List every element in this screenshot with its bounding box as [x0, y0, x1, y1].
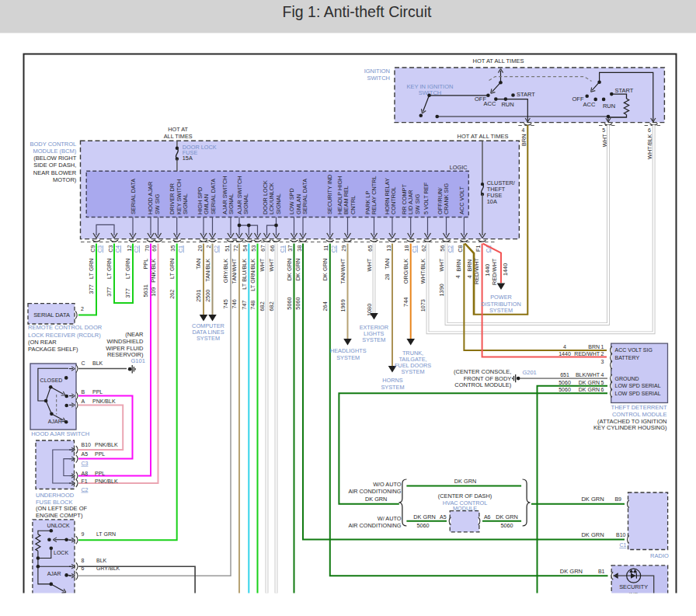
svg-text:C1: C1 [411, 245, 418, 252]
svg-text:SERIAL DATA: SERIAL DATA [33, 311, 70, 318]
svg-text:RELAY CNTRL: RELAY CNTRL [371, 176, 378, 214]
svg-text:744: 744 [402, 298, 409, 307]
svg-text:POWER: POWER [490, 294, 512, 301]
svg-text:ACC VOLT: ACC VOLT [458, 186, 465, 214]
svg-text:28: 28 [385, 273, 392, 280]
svg-text:C: C [82, 360, 85, 366]
svg-text:38: 38 [296, 245, 303, 252]
svg-text:SW SIG: SW SIG [414, 193, 421, 214]
svg-text:REMOTE CONTROL DOOR: REMOTE CONTROL DOOR [28, 324, 103, 331]
svg-text:CLOSED: CLOSED [40, 378, 63, 383]
svg-text:C2: C2 [82, 487, 89, 492]
svg-text:53: 53 [250, 245, 257, 252]
svg-text:DK GRN: DK GRN [581, 531, 604, 538]
svg-text:DK GRN: DK GRN [322, 259, 329, 280]
svg-text:748: 748 [249, 301, 256, 310]
svg-text:KEY CYLINDER HOUSING): KEY CYLINDER HOUSING) [593, 424, 667, 431]
svg-text:TAN/WHT: TAN/WHT [339, 258, 346, 284]
svg-text:PNK/BLK: PNK/BLK [95, 479, 118, 484]
svg-text:54: 54 [242, 245, 249, 252]
svg-text:SERIAL DATA: SERIAL DATA [130, 179, 137, 214]
svg-text:G101: G101 [131, 357, 145, 364]
svg-text:RED/WHT: RED/WHT [574, 351, 600, 357]
svg-text:PPL: PPL [143, 259, 150, 270]
svg-text:SYSTEM: SYSTEM [381, 384, 404, 391]
svg-text:5060: 5060 [559, 380, 571, 385]
svg-text:BRN: BRN [588, 344, 600, 350]
svg-text:B: B [82, 389, 85, 395]
svg-text:UNLOCK: UNLOCK [47, 523, 71, 528]
svg-text:DK GRN: DK GRN [581, 496, 604, 503]
svg-text:CONTROL MODULE): CONTROL MODULE) [454, 381, 512, 388]
svg-text:TAN/BLK: TAN/BLK [204, 259, 211, 282]
svg-text:2500: 2500 [204, 290, 211, 302]
svg-text:6: 6 [648, 127, 651, 133]
svg-text:(NEAR: (NEAR [125, 331, 144, 338]
svg-text:5060: 5060 [286, 297, 293, 309]
svg-text:DK GRN: DK GRN [286, 259, 293, 280]
svg-text:B10: B10 [616, 532, 626, 538]
svg-text:RUN: RUN [501, 101, 513, 108]
svg-text:WHT: WHT [366, 258, 373, 271]
svg-text:LOGIC: LOGIC [450, 164, 468, 171]
svg-text:4: 4 [601, 372, 604, 378]
svg-text:WHT: WHT [438, 258, 445, 271]
svg-text:SYSTEM: SYSTEM [336, 354, 360, 361]
svg-text:1440: 1440 [503, 263, 510, 276]
svg-text:RUN: RUN [603, 103, 615, 110]
svg-text:SERIAL DATA: SERIAL DATA [210, 179, 217, 214]
svg-text:DK GRN: DK GRN [413, 513, 435, 520]
svg-text:5: 5 [602, 127, 605, 133]
svg-text:WINDSHIELD: WINDSHIELD [106, 338, 144, 345]
svg-text:SW SIG: SW SIG [154, 193, 161, 214]
svg-text:F1: F1 [475, 245, 482, 252]
svg-text:4: 4 [466, 275, 473, 278]
svg-text:ENGINE COMPT): ENGINE COMPT) [36, 512, 83, 519]
svg-text:SIGNAL: SIGNAL [228, 193, 235, 214]
svg-text:LT GRN: LT GRN [125, 259, 132, 279]
svg-text:4: 4 [563, 344, 566, 350]
svg-text:ORG/BLK: ORG/BLK [402, 259, 409, 284]
svg-text:PPL: PPL [95, 471, 105, 476]
svg-text:5060: 5060 [295, 297, 302, 309]
svg-text:SIGNAL: SIGNAL [275, 193, 282, 214]
svg-text:SECURITY: SECURITY [619, 583, 648, 590]
svg-text:AJAR: AJAR [47, 571, 61, 576]
svg-text:TAN: TAN [385, 259, 392, 270]
svg-text:BODY CONTROL: BODY CONTROL [30, 141, 76, 148]
svg-text:C2: C2 [447, 245, 454, 252]
svg-text:(BELOW RIGHT: (BELOW RIGHT [33, 155, 76, 162]
svg-text:(ATTACHED TO IGNITION: (ATTACHED TO IGNITION [597, 418, 666, 425]
svg-text:WHT/BLK: WHT/BLK [419, 259, 426, 284]
svg-text:LT GRN: LT GRN [96, 531, 116, 537]
svg-text:A5: A5 [82, 451, 89, 457]
svg-text:CONTROL: CONTROL [390, 186, 397, 214]
svg-text:WHT: WHT [259, 258, 266, 271]
svg-text:1969: 1969 [339, 299, 346, 311]
svg-text:72: 72 [232, 245, 239, 252]
svg-text:LT GRN: LT GRN [89, 259, 96, 279]
svg-text:12: 12 [126, 245, 133, 252]
svg-text:11: 11 [322, 245, 329, 252]
svg-text:(CENTER OF DASH): (CENTER OF DASH) [438, 492, 492, 499]
svg-text:B10: B10 [82, 442, 92, 447]
svg-text:377: 377 [106, 287, 113, 297]
svg-text:CRANK SIG: CRANK SIG [443, 183, 450, 214]
svg-text:5060: 5060 [559, 387, 571, 392]
svg-text:4: 4 [522, 127, 525, 133]
svg-text:DK GRN: DK GRN [454, 478, 476, 485]
svg-text:746: 746 [231, 299, 238, 308]
svg-text:LT GRN/BLK: LT GRN/BLK [249, 259, 256, 291]
svg-text:GRY/BLK: GRY/BLK [223, 259, 230, 284]
svg-text:DK GRN: DK GRN [295, 259, 302, 280]
svg-text:264: 264 [322, 301, 329, 311]
svg-text:8: 8 [82, 558, 85, 563]
svg-text:35: 35 [169, 245, 176, 252]
svg-text:377: 377 [89, 284, 96, 294]
svg-text:LT BLU/BLK: LT BLU/BLK [241, 259, 248, 290]
svg-text:69: 69 [151, 245, 158, 252]
svg-text:WHT: WHT [268, 258, 275, 271]
svg-text:20: 20 [197, 245, 204, 252]
svg-text:2: 2 [81, 306, 84, 311]
svg-text:START: START [614, 87, 633, 94]
